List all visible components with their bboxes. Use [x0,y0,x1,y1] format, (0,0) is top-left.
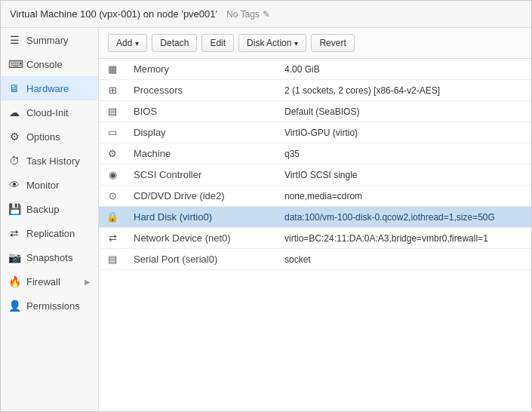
row-device-value: VirtIO-GPU (virtio) [277,122,531,143]
table-row[interactable]: ⇄Network Device (net0)virtio=BC:24:11:DA… [99,228,531,249]
row-device-name: SCSI Controller [126,164,277,186]
sidebar-item-replication[interactable]: ⇄Replication [1,221,98,245]
row-device-name: Memory [126,59,277,80]
sidebar-item-permissions[interactable]: 👤Permissions [1,294,98,318]
cloud-init-icon: ☁ [8,106,20,118]
options-icon: ⚙ [8,131,20,143]
main-content: ☰Summary⌨Console🖥Hardware☁Cloud-Init⚙Opt… [1,28,531,411]
row-device-value: 2 (1 sockets, 2 cores) [x86-64-v2-AES] [277,80,531,101]
row-icon: ⊞ [99,80,126,101]
row-device-name: Serial Port (serial0) [126,249,277,270]
sidebar-label-replication: Replication [26,228,75,239]
disk-action-label: Disk Action [247,38,291,48]
row-icon: ⊙ [99,186,126,207]
sidebar-label-task-history: Task History [26,155,80,167]
row-device-value: socket [277,249,531,270]
row-device-value: virtio=BC:24:11:DA:0A:A3,bridge=vmbr0,fi… [277,228,531,249]
table-row[interactable]: ▦Memory4.00 GiB [99,59,531,80]
sidebar-item-snapshots[interactable]: 📷Snapshots [1,245,98,269]
table-row[interactable]: ◉SCSI ControllerVirtIO SCSI single [99,164,531,186]
content-area: Add Detach Edit Disk Action Revert [99,28,531,411]
sidebar: ☰Summary⌨Console🖥Hardware☁Cloud-Init⚙Opt… [1,28,99,411]
table-row[interactable]: ⊞Processors2 (1 sockets, 2 cores) [x86-6… [99,80,531,101]
row-icon: ◉ [99,164,126,186]
detach-label: Detach [160,38,189,48]
row-device-name: Hard Disk (virtio0) [126,207,277,228]
sidebar-label-firewall: Firewall [26,276,60,287]
row-icon: ▤ [99,101,126,122]
sidebar-label-options: Options [26,131,60,143]
sidebar-label-console: Console [26,59,63,70]
vm-title: Virtual Machine 100 (vpx-001) on node 'p… [10,8,217,20]
no-tags-label: No Tags [226,9,260,20]
row-device-name: Display [126,122,277,143]
replication-icon: ⇄ [8,227,20,239]
task-history-icon: ⏱ [8,155,20,167]
sidebar-item-task-history[interactable]: ⏱Task History [1,149,98,173]
row-device-value: q35 [277,143,531,164]
snapshots-icon: 📷 [8,251,20,263]
backup-icon: 💾 [8,203,20,215]
hardware-table-area: ▦Memory4.00 GiB⊞Processors2 (1 sockets, … [99,59,531,411]
edit-button[interactable]: Edit [201,34,234,52]
row-icon: 🔒 [99,207,126,228]
console-icon: ⌨ [8,58,20,70]
row-device-name: BIOS [126,101,277,122]
firewall-icon: 🔥 [8,275,20,287]
sidebar-item-options[interactable]: ⚙Options [1,125,98,149]
row-icon: ▤ [99,249,126,270]
edit-label: Edit [210,38,226,48]
row-device-name: CD/DVD Drive (ide2) [126,186,277,207]
sidebar-label-permissions: Permissions [26,300,80,312]
hardware-icon: 🖥 [8,82,20,94]
permissions-icon: 👤 [8,300,20,312]
table-row[interactable]: ▤Serial Port (serial0)socket [99,249,531,270]
sidebar-label-summary: Summary [26,35,69,46]
monitor-icon: 👁 [8,179,20,191]
row-device-name: Machine [126,143,277,164]
detach-button[interactable]: Detach [152,34,197,52]
row-device-value: 4.00 GiB [277,59,531,80]
revert-label: Revert [319,38,346,48]
row-device-value: none,media=cdrom [277,186,531,207]
row-icon: ⚙ [99,143,126,164]
row-icon: ▦ [99,59,126,80]
sidebar-item-firewall[interactable]: 🔥Firewall▶ [1,269,98,294]
toolbar: Add Detach Edit Disk Action Revert [99,28,531,59]
sidebar-item-summary[interactable]: ☰Summary [1,28,98,52]
arrow-icon: ▶ [85,278,91,286]
sidebar-item-console[interactable]: ⌨Console [1,52,98,76]
row-device-value: VirtIO SCSI single [277,164,531,186]
sidebar-item-monitor[interactable]: 👁Monitor [1,173,98,197]
no-tags-button[interactable]: No Tags ✎ [226,9,270,20]
table-row[interactable]: ▭DisplayVirtIO-GPU (virtio) [99,122,531,143]
sidebar-label-snapshots: Snapshots [26,252,72,263]
row-icon: ▭ [99,122,126,143]
summary-icon: ☰ [8,34,20,46]
pencil-icon: ✎ [263,9,270,20]
table-row[interactable]: 🔒Hard Disk (virtio0)data:100/vm-100-disk… [99,207,531,228]
sidebar-label-hardware: Hardware [26,83,69,94]
row-icon: ⇄ [99,228,126,249]
table-row[interactable]: ⊙CD/DVD Drive (ide2)none,media=cdrom [99,186,531,207]
sidebar-item-backup[interactable]: 💾Backup [1,197,98,221]
row-device-name: Processors [126,80,277,101]
add-label: Add [116,38,132,48]
sidebar-item-cloud-init[interactable]: ☁Cloud-Init [1,100,98,125]
disk-action-button[interactable]: Disk Action [238,34,306,52]
sidebar-label-backup: Backup [26,204,59,215]
row-device-name: Network Device (net0) [126,228,277,249]
row-device-value: Default (SeaBIOS) [277,101,531,122]
sidebar-label-cloud-init: Cloud-Init [26,107,69,118]
revert-button[interactable]: Revert [311,34,354,52]
table-row[interactable]: ▤BIOSDefault (SeaBIOS) [99,101,531,122]
sidebar-label-monitor: Monitor [26,180,59,191]
hardware-table: ▦Memory4.00 GiB⊞Processors2 (1 sockets, … [99,59,531,270]
title-bar: Virtual Machine 100 (vpx-001) on node 'p… [1,1,531,28]
row-device-value: data:100/vm-100-disk-0.qcow2,iothread=1,… [277,207,531,228]
add-button[interactable]: Add [108,34,147,52]
main-window: Virtual Machine 100 (vpx-001) on node 'p… [0,0,532,412]
table-row[interactable]: ⚙Machineq35 [99,143,531,164]
sidebar-item-hardware[interactable]: 🖥Hardware [1,76,98,100]
